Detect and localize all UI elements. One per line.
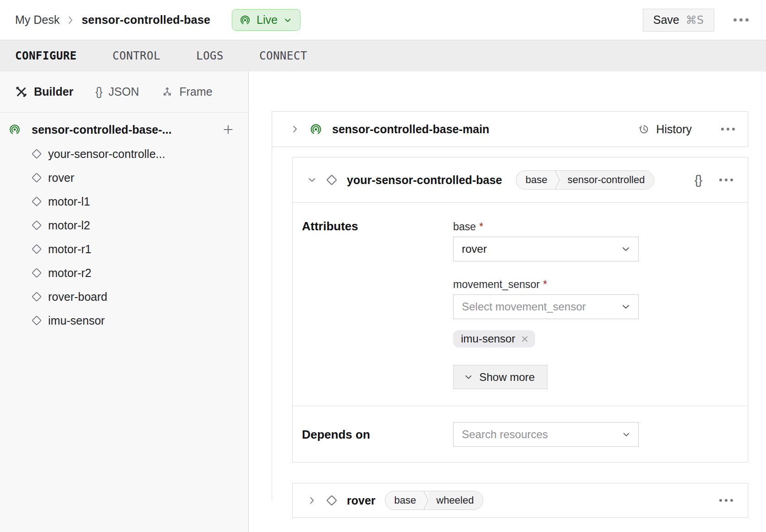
imu-sensor-chip: imu-sensor — [453, 330, 535, 347]
selected-sensors: imu-sensor — [453, 330, 639, 347]
movement-sensor-select[interactable]: Select movement_sensor — [453, 294, 639, 319]
tree-item-label: motor-r1 — [48, 243, 91, 256]
machine-live-icon — [9, 124, 21, 136]
base-label-text: base — [453, 221, 476, 233]
save-shortcut-hint: ⌘S — [686, 14, 704, 27]
tree-root-label: sensor-controlled-base-... — [32, 123, 211, 136]
expand-chevron-right-icon[interactable] — [290, 125, 300, 134]
tab-connect[interactable]: CONNECT — [259, 49, 307, 62]
part-overflow-menu-icon[interactable] — [720, 125, 736, 133]
component-card-sensor-controlled-base: your-sensor-controlled-base base sensor-… — [292, 157, 748, 462]
component-diamond-icon — [31, 267, 42, 278]
show-more-button[interactable]: Show more — [453, 365, 547, 389]
chip-label: imu-sensor — [461, 332, 515, 345]
tab-logs[interactable]: LOGS — [196, 49, 224, 62]
tree-item[interactable]: rover — [0, 166, 248, 190]
base-select[interactable]: rover — [453, 237, 639, 261]
component-header-actions: {} — [695, 173, 734, 187]
component-diamond-icon — [326, 174, 338, 186]
tree-item[interactable]: imu-sensor — [0, 309, 248, 332]
component-title: your-sensor-controlled-base — [347, 174, 502, 187]
badge-model: sensor-controlled — [560, 171, 654, 189]
component-diamond-icon — [31, 172, 42, 183]
top-bar: My Desk sensor-controlled-base Live Save… — [0, 0, 766, 40]
rover-card-title: rover — [347, 494, 376, 507]
base-field-label: base * — [453, 219, 639, 234]
component-diamond-icon — [31, 196, 42, 207]
edit-json-braces-icon[interactable]: {} — [695, 173, 702, 187]
mode-json-label: JSON — [109, 85, 139, 98]
chevron-down-icon — [464, 372, 473, 382]
component-overflow-menu-icon[interactable] — [718, 176, 734, 184]
attributes-fields: base * rover movement_sensor * Select mo… — [453, 219, 639, 406]
base-field: base * rover — [453, 219, 639, 261]
rover-overflow-menu-icon[interactable] — [718, 496, 734, 505]
expand-chevron-right-icon[interactable] — [307, 496, 317, 505]
tree-item[interactable]: motor-l2 — [0, 213, 248, 237]
badge-divider-icon — [555, 170, 560, 190]
tab-control[interactable]: CONTROL — [113, 49, 161, 62]
tab-configure[interactable]: CONFIGURE — [15, 49, 77, 62]
depends-on-fields: Search resources — [453, 422, 639, 447]
history-clock-icon — [638, 123, 650, 136]
rover-type-badge: base wheeled — [385, 491, 484, 510]
tree-item-label: motor-l2 — [48, 219, 90, 232]
tree-item-label: motor-l1 — [48, 195, 90, 208]
attributes-heading: Attributes — [302, 219, 453, 406]
required-asterisk: * — [543, 278, 547, 291]
machine-live-icon — [310, 123, 322, 136]
section-tabs: CONFIGURE CONTROL LOGS CONNECT — [0, 40, 766, 71]
tree-item[interactable]: motor-r1 — [0, 237, 248, 261]
component-type-badge: base sensor-controlled — [516, 170, 654, 190]
component-diamond-icon — [31, 291, 42, 302]
chevron-down-icon — [622, 430, 631, 439]
tree-item[interactable]: motor-l1 — [0, 190, 248, 213]
component-diamond-icon — [31, 244, 42, 255]
tree-item-label: rover — [48, 171, 74, 185]
required-asterisk: * — [479, 221, 483, 233]
config-main-area: sensor-controlled-base-main History your… — [249, 71, 766, 532]
depends-on-placeholder: Search resources — [462, 428, 548, 441]
mode-json[interactable]: {} JSON — [95, 85, 139, 98]
movement-sensor-placeholder: Select movement_sensor — [462, 300, 586, 313]
resource-tree: sensor-controlled-base-... your-sensor-c… — [0, 113, 248, 332]
movement-sensor-field: movement_sensor * Select movement_sensor… — [453, 277, 639, 389]
tree-item-label: rover-board — [48, 290, 107, 304]
breadcrumb-separator-icon — [67, 15, 74, 25]
component-diamond-icon — [326, 494, 338, 506]
history-button[interactable]: History — [638, 123, 692, 136]
config-sidebar: Builder {} JSON Frame — [0, 71, 249, 532]
breadcrumb-parent[interactable]: My Desk — [15, 13, 60, 27]
live-status-dropdown[interactable]: Live — [232, 9, 301, 31]
braces-icon: {} — [95, 85, 102, 98]
component-card-header: your-sensor-controlled-base base sensor-… — [293, 157, 748, 203]
depends-on-section: Depends on Search resources — [293, 406, 748, 463]
chevron-down-icon — [284, 16, 292, 24]
mode-frame[interactable]: Frame — [161, 85, 213, 98]
machine-overflow-menu-icon[interactable] — [733, 16, 750, 24]
badge-type: base — [385, 491, 424, 510]
base-select-value: rover — [462, 243, 487, 255]
show-more-label: Show more — [479, 371, 535, 384]
collapse-chevron-down-icon[interactable] — [307, 175, 317, 185]
badge-divider-icon — [423, 491, 429, 510]
machine-part-title: sensor-controlled-base-main — [332, 123, 489, 136]
tree-root-row[interactable]: sensor-controlled-base-... — [0, 117, 248, 142]
tree-item-label: your-sensor-controlle... — [48, 147, 165, 161]
save-button[interactable]: Save ⌘S — [643, 9, 714, 32]
remove-chip-close-icon[interactable] — [520, 334, 530, 344]
component-diamond-icon — [31, 148, 42, 159]
view-mode-switcher: Builder {} JSON Frame — [0, 71, 248, 113]
tree-item[interactable]: rover-board — [0, 285, 248, 309]
history-label: History — [656, 123, 692, 136]
breadcrumb: My Desk sensor-controlled-base — [15, 13, 210, 27]
frame-axes-icon — [161, 86, 173, 98]
chevron-down-icon — [621, 244, 631, 254]
depends-on-search-select[interactable]: Search resources — [453, 422, 639, 447]
tree-item[interactable]: your-sensor-controlle... — [0, 142, 248, 166]
builder-tools-icon — [15, 86, 27, 98]
add-resource-icon[interactable] — [222, 123, 235, 136]
machine-name-title: sensor-controlled-base — [82, 13, 210, 27]
mode-builder[interactable]: Builder — [15, 85, 73, 98]
tree-item[interactable]: motor-r2 — [0, 261, 248, 285]
